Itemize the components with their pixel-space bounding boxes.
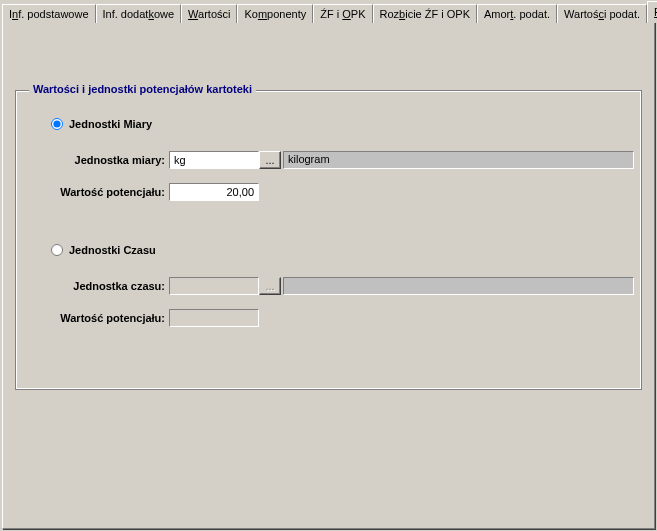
tab-komponenty[interactable]: Komponenty xyxy=(237,4,313,23)
radio-units-of-time[interactable] xyxy=(51,244,63,256)
tab-inf-dodatkowe[interactable]: Inf. dodatkowe xyxy=(96,4,182,23)
tab-wartosci[interactable]: Wartości xyxy=(181,4,237,23)
input-unit-potential-value[interactable] xyxy=(169,183,259,201)
tab-wartosci-podat[interactable]: Wartości podat. xyxy=(557,4,647,23)
groupbox-title: Wartości i jednostki potencjałów kartote… xyxy=(29,83,256,95)
browse-unit-button[interactable]: ... xyxy=(259,151,281,169)
unit-description: kilogram xyxy=(283,151,634,169)
time-description xyxy=(283,277,634,295)
tab-panel: Wartości i jednostki potencjałów kartote… xyxy=(2,21,655,529)
label-unit-potential-value: Wartość potencjału: xyxy=(15,186,169,198)
radio-units-of-time-label: Jednostki Czasu xyxy=(69,244,156,256)
radio-units-of-measure[interactable] xyxy=(51,118,63,130)
tab-potencjaly[interactable]: Potencjały xyxy=(647,1,657,23)
window: Inf. podstawowe Inf. dodatkowe Wartości … xyxy=(0,0,657,531)
input-unit-of-measure[interactable] xyxy=(169,151,259,169)
input-time-potential-value xyxy=(169,309,259,327)
tab-inf-podstawowe[interactable]: Inf. podstawowe xyxy=(2,4,96,23)
tabstrip: Inf. podstawowe Inf. dodatkowe Wartości … xyxy=(0,0,657,22)
label-unit-of-time: Jednostka czasu: xyxy=(15,280,169,292)
browse-time-button: ... xyxy=(259,277,281,295)
tab-rozbicie-zf-i-opk[interactable]: Rozbicie ŹF i OPK xyxy=(373,4,477,23)
label-unit-of-measure: Jednostka miary: xyxy=(15,154,169,166)
input-unit-of-time xyxy=(169,277,259,295)
label-time-potential-value: Wartość potencjału: xyxy=(15,312,169,324)
radio-units-of-measure-label: Jednostki Miary xyxy=(69,118,152,130)
tab-zf-i-opk[interactable]: ŹF i OPK xyxy=(313,4,372,23)
tab-amort-podat[interactable]: Amort. podat. xyxy=(477,4,557,23)
groupbox-potentials: Wartości i jednostki potencjałów kartote… xyxy=(15,90,642,390)
